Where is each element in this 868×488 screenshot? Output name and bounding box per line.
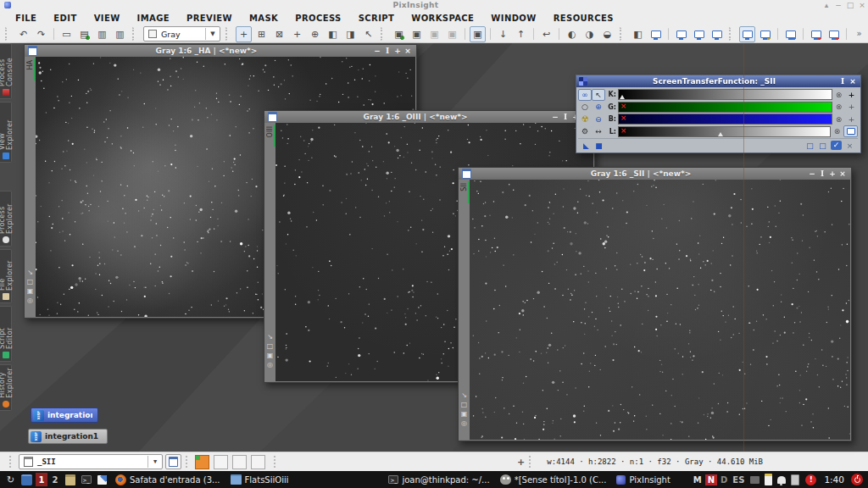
window-minimize-button[interactable]: −: [372, 47, 382, 55]
wrench-icon[interactable]: ⚙: [578, 125, 592, 137]
window-titlebar[interactable]: Gray 1:6 _SII | <*new*> − I + ×: [459, 168, 851, 180]
screen-b-icon[interactable]: [691, 26, 707, 42]
menu-item[interactable]: VIEW: [86, 14, 129, 23]
minimized-window-integration[interactable]: XISF integration: [31, 408, 98, 423]
adjust-b-icon[interactable]: +: [845, 115, 858, 124]
dropdown-arrow-icon[interactable]: ▼: [205, 28, 220, 40]
stf-link-icon[interactable]: □: [804, 141, 816, 150]
menu-item[interactable]: SCRIPT: [350, 14, 403, 23]
window-close-button[interactable]: ×: [837, 169, 848, 178]
adjust-g-icon[interactable]: +: [845, 103, 858, 111]
stf-shadows-icon[interactable]: ◐: [564, 26, 580, 42]
stf-display-icon[interactable]: [648, 26, 664, 42]
stf-slider-g[interactable]: ×: [618, 102, 832, 113]
toolbar-separator[interactable]: [803, 28, 804, 40]
reset-channel-l-icon[interactable]: ⊗: [831, 127, 843, 136]
minimized-window-integration1[interactable]: XISF integration1: [28, 429, 108, 444]
h-scroll-icon[interactable]: ↔: [592, 125, 605, 137]
stf-black-point-icon[interactable]: ◣: [580, 141, 593, 150]
readout-mode-icon[interactable]: ▣: [267, 351, 274, 360]
workspace-button-1[interactable]: 1: [36, 473, 47, 486]
toolbar-separator[interactable]: [53, 28, 54, 40]
statusbar-drag-handle[interactable]: [9, 456, 14, 468]
clone-process-icon[interactable]: ▣: [444, 26, 460, 42]
menu-item[interactable]: IMAGE: [129, 14, 178, 23]
pan-mode-icon[interactable]: +: [236, 26, 252, 42]
show-desktop-icon[interactable]: [20, 474, 33, 485]
stf-slider-k[interactable]: [618, 89, 832, 100]
auto-stretch-icon[interactable]: [757, 26, 773, 42]
app-restore-button[interactable]: □: [844, 1, 856, 9]
taskbar-button-terminal[interactable]: >_ joan@thinkpad: ~/...: [385, 472, 492, 487]
window-minimize-button[interactable]: −: [550, 113, 560, 121]
menu-item[interactable]: FILE: [7, 14, 45, 23]
new-process-icon[interactable]: ▣: [391, 26, 407, 42]
iconize-image-icon[interactable]: ▥: [112, 26, 128, 42]
clone-image-icon[interactable]: ▥: [94, 26, 110, 42]
window-close-button[interactable]: ×: [403, 47, 413, 55]
keyboard-layout-indicator[interactable]: ES: [732, 475, 744, 485]
new-image-icon[interactable]: ▤: [76, 26, 92, 42]
reset-channel-k-icon[interactable]: ⊗: [832, 91, 845, 99]
process-explorer-icon[interactable]: ▣: [470, 26, 486, 42]
toolbar-overflow-icon[interactable]: »: [851, 26, 867, 42]
stf-edit-parameters-icon[interactable]: □: [816, 141, 829, 150]
screen-a-icon[interactable]: [673, 26, 689, 42]
save-stf-icon[interactable]: ↑: [513, 26, 529, 42]
statusbar-drag-handle[interactable]: [274, 456, 279, 468]
toolbar-drag-handle[interactable]: [620, 27, 626, 41]
shrink-windows-icon[interactable]: ⊠: [271, 26, 287, 42]
menu-item[interactable]: PROCESS: [287, 14, 349, 23]
tray-indicator-m[interactable]: M: [693, 475, 702, 485]
mask-inverted-icon[interactable]: ◨: [342, 26, 359, 42]
toolbar-drag-handle[interactable]: [5, 27, 11, 41]
stf-slider-l[interactable]: ×: [618, 126, 831, 137]
sidebar-tab-view-explorer[interactable]: View Explorer: [0, 102, 12, 163]
stf-highlights-icon[interactable]: ◒: [599, 26, 615, 42]
window-titlebar[interactable]: Gray 1:6 _HA | <*new*> − I + ×: [25, 45, 416, 57]
window-side-tab[interactable]: SII ↘ □ ▣ ◎: [459, 180, 470, 440]
clipboard-icon[interactable]: [765, 474, 772, 485]
center-mode-icon[interactable]: ◎: [27, 296, 33, 305]
menu-item[interactable]: EDIT: [45, 14, 85, 23]
window-shade-button[interactable]: I: [560, 113, 570, 121]
display-channel-selector[interactable]: Gray ▼: [143, 26, 220, 42]
statusbar-drag-handle[interactable]: [529, 456, 534, 468]
toolbar-separator[interactable]: [533, 28, 534, 40]
invert-display-icon[interactable]: ◧: [630, 26, 646, 42]
tray-indicator-n[interactable]: N: [705, 474, 717, 485]
workspace-thumbnail[interactable]: [214, 455, 228, 469]
stf-titlebar[interactable]: ScreenTransferFunction: _SII I ×: [576, 75, 860, 87]
auto-stretch-boost-icon[interactable]: ☢: [578, 114, 592, 125]
window-shade-button[interactable]: I: [817, 169, 827, 178]
load-stf-icon[interactable]: ↓: [495, 26, 511, 42]
toolbar-separator[interactable]: [490, 28, 491, 40]
redo-icon[interactable]: ↷: [33, 26, 49, 42]
select-cursor-icon[interactable]: ↖: [360, 26, 376, 42]
stf-shade-button[interactable]: I: [837, 77, 848, 86]
zoom-in-icon[interactable]: ⊕: [592, 101, 605, 113]
terminal-launcher-icon[interactable]: >_: [80, 474, 92, 485]
adjust-k-icon[interactable]: +: [845, 91, 858, 99]
readout-mode-icon[interactable]: ▣: [27, 286, 34, 296]
image-window-sii[interactable]: Gray 1:6 _SII | <*new*> − I + × SII ↘ □ …: [458, 167, 852, 441]
window-maximize-button[interactable]: +: [827, 169, 837, 178]
stf-close-button[interactable]: ×: [848, 77, 858, 86]
workspace-thumbnail[interactable]: [195, 455, 209, 469]
zoom-cursor-icon[interactable]: ○: [578, 101, 592, 113]
readout-cross-icon[interactable]: +: [517, 457, 525, 468]
toolbar-separator[interactable]: [668, 28, 669, 40]
midtone-marker[interactable]: [718, 132, 723, 136]
workspace-thumbnail[interactable]: [251, 455, 265, 469]
track-view-checkbox[interactable]: ✓: [831, 141, 842, 150]
center-mode-icon[interactable]: ◎: [267, 360, 273, 369]
window-side-tab[interactable]: HA ↘ □ ▣ ◎: [25, 57, 36, 317]
midtone-marker[interactable]: [620, 95, 625, 99]
iconize-view-button[interactable]: [165, 454, 181, 469]
power-button-icon[interactable]: [851, 474, 863, 485]
menu-item[interactable]: WINDOW: [482, 14, 544, 23]
dropdown-arrow-icon[interactable]: ▼: [147, 456, 162, 468]
toolbar-drag-handle[interactable]: [132, 27, 138, 41]
window-titlebar[interactable]: Gray 1:6 _OIII | <*new*> − I + ×: [264, 111, 594, 123]
scroll-mode-icon[interactable]: ↘: [27, 268, 33, 277]
